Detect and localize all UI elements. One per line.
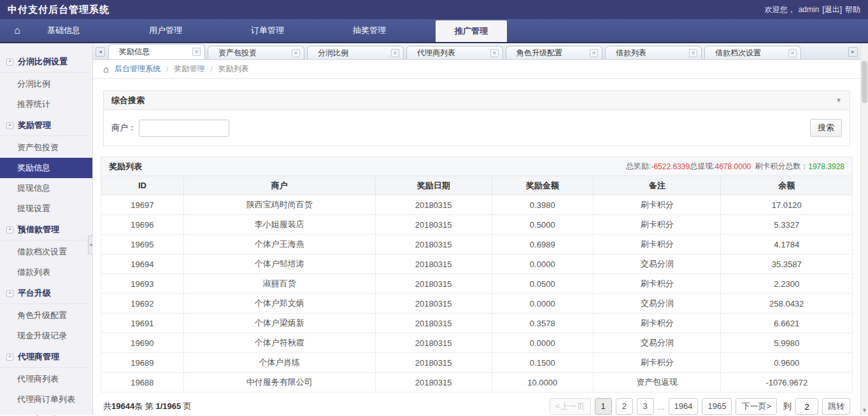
page-button-1964[interactable]: 1964	[669, 398, 699, 415]
sidebar-item-loan-tier-settings[interactable]: 借款档次设置	[0, 242, 92, 262]
app-title: 中付支付后台管理系统	[8, 4, 110, 16]
collapse-icon: ^	[6, 59, 13, 66]
tab-loan-list[interactable]: 借款列表 ×	[605, 46, 702, 59]
page-word: 第	[145, 401, 153, 411]
cell-id: 19690	[101, 333, 184, 353]
breadcrumb-separator: /	[166, 65, 168, 74]
total-withdraw-value: 4678.0000	[715, 162, 751, 171]
tab-label: 资产包投资	[218, 48, 257, 59]
sidebar-group-preloan-mgmt[interactable]: ^ 预借款管理	[0, 219, 90, 240]
sidebar-item-reward-info[interactable]: 奖励信息	[0, 158, 92, 178]
tab-label: 借款档次设置	[715, 48, 761, 59]
cell-amount: 0.0000	[492, 294, 593, 314]
nav-item-order-mgmt[interactable]: 订单管理	[232, 19, 303, 42]
merchant-input[interactable]	[139, 120, 229, 137]
sidebar-item-withdraw-info[interactable]: 提现信息	[0, 178, 92, 198]
help-link[interactable]: 帮助	[845, 4, 860, 15]
col-reward-date: 奖励日期	[375, 176, 492, 195]
sidebar-group-platform-upgrade[interactable]: ^ 平台升级	[0, 282, 90, 304]
tab-label: 奖励信息	[119, 46, 150, 57]
record-summary: 共19644条 第 1/1965 页	[103, 401, 192, 412]
home-icon[interactable]: ⌂	[103, 64, 109, 74]
cell-balance: 35.3587	[721, 254, 853, 274]
table-row: 19694个体户邹培涛201803150.0000交易分润35.3587	[101, 254, 853, 274]
sidebar-item-agent-list[interactable]: 代理商列表	[0, 369, 92, 389]
close-icon[interactable]: ×	[490, 49, 499, 57]
sidebar-group-reward-mgmt[interactable]: ^ 奖励管理	[0, 114, 90, 136]
sidebar-group-agent-mgmt[interactable]: ^ 代理商管理	[0, 346, 90, 368]
nav-item-promotion-mgmt[interactable]: 推广管理	[436, 20, 507, 42]
cell-merchant: 淑丽百货	[183, 274, 375, 294]
tab-scroll-left-icon[interactable]: ◂	[96, 47, 105, 57]
breadcrumb-root-link[interactable]: 后台管理系统	[115, 64, 160, 74]
collapse-icon: ^	[6, 226, 13, 233]
tab-strip: ◂ 奖励信息 × 资产包投资 × 分润比例 × 代理商列表 × 角色升级配置 ×	[93, 43, 860, 60]
reward-table: ID 商户 奖励日期 奖励金额 备注 余额 19697陕西宝鸡时尚百货20180…	[101, 176, 853, 392]
sidebar-item-agent-order-list[interactable]: 代理商订单列表	[0, 389, 92, 410]
table-row: 19690个体户符秋霞201803150.0000交易分润5.9980	[101, 333, 853, 353]
goto-label: 到	[783, 401, 792, 412]
sidebar-item-withdraw-settings[interactable]: 提现设置	[0, 198, 92, 219]
sidebar-item-profit-ratio[interactable]: 分润比例	[0, 74, 92, 94]
tab-loan-tier-settings[interactable]: 借款档次设置 ×	[704, 46, 801, 59]
page-button-1[interactable]: 1	[595, 398, 612, 415]
tab-label: 借款列表	[616, 48, 646, 59]
cell-amount: 0.6989	[492, 235, 593, 254]
cell-id: 19697	[101, 195, 184, 215]
tab-reward-info[interactable]: 奖励信息 ×	[108, 44, 205, 59]
goto-page-input[interactable]	[795, 398, 818, 415]
page-unit: 页	[183, 401, 192, 411]
page-button-3[interactable]: 3	[637, 398, 654, 415]
chevron-down-icon[interactable]: ▼	[836, 97, 842, 104]
merchant-field-label: 商户：	[111, 122, 136, 134]
cell-merchant: 中付服务有限公司	[183, 373, 375, 392]
prev-page-button: <上一页	[550, 398, 591, 415]
nav-item-user-mgmt[interactable]: 用户管理	[130, 19, 201, 42]
scrollbar-thumb[interactable]	[862, 61, 867, 103]
cell-id: 19689	[101, 353, 184, 373]
table-row: 19693淑丽百货201803150.0500刷卡积分2.2300	[101, 274, 853, 294]
col-remark: 备注	[593, 176, 721, 195]
logout-link[interactable]: [退出]	[822, 4, 842, 15]
cell-date: 20180315	[375, 373, 492, 392]
breadcrumb-separator: /	[210, 65, 212, 74]
tab-asset-invest[interactable]: 资产包投资 ×	[208, 46, 304, 59]
vertical-scrollbar[interactable]: ▼	[860, 43, 868, 415]
next-page-button[interactable]: 下一页>	[736, 398, 777, 415]
tab-label: 代理商列表	[417, 48, 455, 59]
sidebar-group-profit-ratio[interactable]: ^ 分润比例设置	[0, 51, 90, 73]
page-ellipsis: ...	[658, 402, 665, 412]
sidebar-item-agent-profit[interactable]: 代理商分润	[0, 410, 92, 416]
sidebar-item-cash-upgrade-record[interactable]: 现金升级记录	[0, 326, 92, 346]
tab-scroll-right-icon[interactable]: ▸	[848, 47, 858, 57]
table-row: 19695个体户王海燕201803150.6989刷卡积分4.1784	[101, 235, 853, 254]
search-panel-header: 综合搜索 ▼	[104, 91, 850, 110]
table-row: 19697陕西宝鸡时尚百货201803150.3980刷卡积分17.0120	[101, 195, 853, 215]
nav-item-basic-info[interactable]: 基础信息	[28, 19, 99, 42]
close-icon[interactable]: ×	[590, 49, 598, 57]
sidebar-collapse-handle[interactable]: ◂	[88, 235, 93, 254]
nav-item-lottery-mgmt[interactable]: 抽奖管理	[334, 19, 405, 42]
search-button[interactable]: 搜索	[810, 119, 842, 137]
sidebar-item-referral-stats[interactable]: 推荐统计	[0, 94, 92, 114]
sidebar-group-title: 奖励管理	[18, 120, 51, 131]
page-button-1965[interactable]: 1965	[702, 398, 732, 415]
home-icon[interactable]: ⌂	[6, 19, 28, 42]
tab-agent-list[interactable]: 代理商列表 ×	[406, 46, 503, 59]
breadcrumb-level2: 奖励列表	[218, 64, 249, 74]
tab-profit-ratio[interactable]: 分润比例 ×	[307, 46, 404, 59]
close-icon[interactable]: ×	[689, 49, 697, 57]
scrollbar-down-arrow-icon[interactable]: ▼	[861, 407, 868, 413]
close-icon[interactable]: ×	[391, 49, 399, 57]
cell-remark: 资产包返现	[593, 373, 721, 392]
close-icon[interactable]: ×	[788, 49, 797, 57]
sidebar-item-asset-invest[interactable]: 资产包投资	[0, 137, 92, 158]
tab-role-upgrade-config[interactable]: 角色升级配置 ×	[506, 46, 602, 59]
sidebar-item-loan-list[interactable]: 借款列表	[0, 262, 92, 282]
goto-button[interactable]: 跳转	[822, 398, 850, 415]
tab-label: 分润比例	[318, 48, 348, 59]
sidebar-item-role-upgrade-config[interactable]: 角色升级配置	[0, 305, 92, 326]
close-icon[interactable]: ×	[192, 48, 201, 56]
close-icon[interactable]: ×	[292, 49, 300, 57]
page-button-2[interactable]: 2	[616, 398, 633, 415]
